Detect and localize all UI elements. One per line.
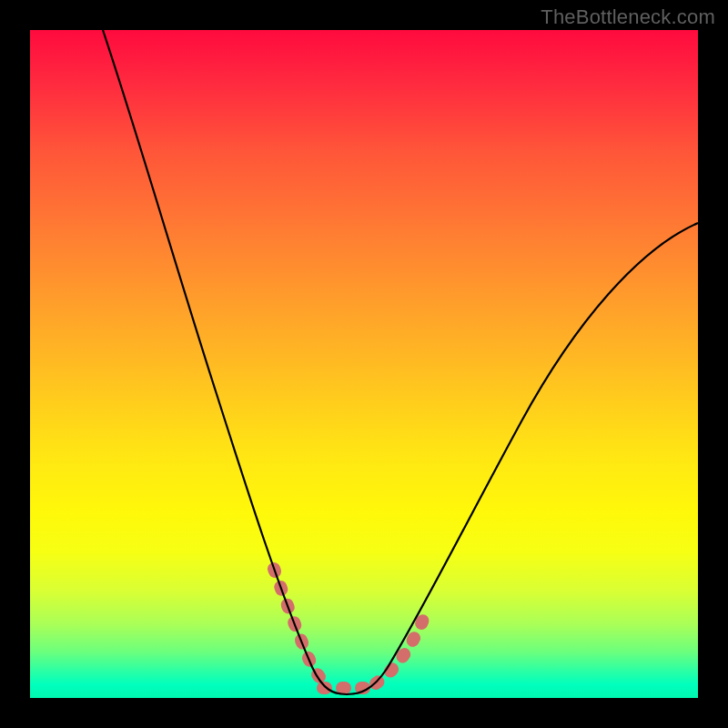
optimal-range-highlight-left: [274, 569, 328, 685]
outer-frame: TheBottleneck.com: [0, 0, 728, 728]
watermark-text: TheBottleneck.com: [541, 5, 715, 29]
plot-area: [30, 30, 698, 698]
chart-svg: [30, 30, 698, 698]
bottleneck-curve: [103, 30, 698, 694]
